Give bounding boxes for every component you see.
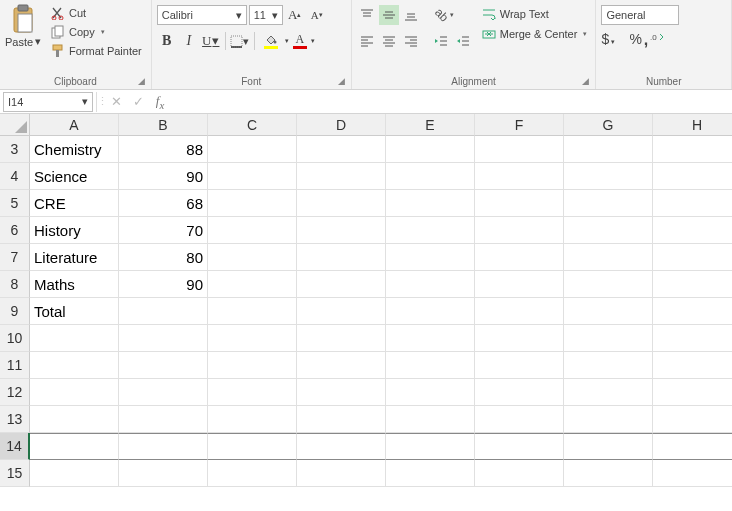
cell[interactable] — [208, 433, 297, 460]
accounting-format-button[interactable]: $▾ — [601, 31, 627, 49]
decrease-font-button[interactable]: A▾ — [307, 5, 327, 25]
increase-decimal-button[interactable]: .0 — [650, 31, 664, 49]
cell[interactable] — [475, 244, 564, 271]
cell[interactable] — [386, 325, 475, 352]
row-header[interactable]: 15 — [0, 460, 30, 487]
column-header-B[interactable]: B — [119, 114, 208, 136]
copy-button[interactable]: Copy ▾ — [48, 23, 145, 41]
increase-font-button[interactable]: A▴ — [285, 5, 305, 25]
font-name-combo[interactable]: Calibri▾ — [157, 5, 247, 25]
column-header-F[interactable]: F — [475, 114, 564, 136]
cell[interactable] — [208, 352, 297, 379]
align-left-button[interactable] — [357, 31, 377, 51]
cell[interactable] — [653, 406, 732, 433]
row-header[interactable]: 14 — [0, 433, 30, 460]
cell[interactable] — [564, 325, 653, 352]
formula-input[interactable] — [171, 92, 732, 112]
cell[interactable] — [564, 460, 653, 487]
cell[interactable] — [30, 460, 119, 487]
cell[interactable] — [119, 298, 208, 325]
cell[interactable] — [208, 298, 297, 325]
cell[interactable] — [475, 460, 564, 487]
column-header-C[interactable]: C — [208, 114, 297, 136]
cell[interactable] — [297, 271, 386, 298]
cell[interactable] — [297, 433, 386, 460]
cell[interactable] — [653, 163, 732, 190]
cell[interactable] — [475, 298, 564, 325]
cell[interactable] — [386, 136, 475, 163]
cell[interactable] — [653, 379, 732, 406]
cell[interactable] — [475, 433, 564, 460]
cell[interactable] — [208, 217, 297, 244]
cell[interactable] — [386, 217, 475, 244]
column-header-E[interactable]: E — [386, 114, 475, 136]
cell[interactable]: 68 — [119, 190, 208, 217]
cell[interactable] — [564, 244, 653, 271]
cell[interactable] — [475, 190, 564, 217]
cell[interactable] — [208, 460, 297, 487]
align-top-button[interactable] — [357, 5, 377, 25]
comma-format-button[interactable]: , — [644, 31, 648, 49]
cell[interactable] — [564, 136, 653, 163]
cell[interactable]: Total — [30, 298, 119, 325]
cell[interactable] — [653, 271, 732, 298]
cell[interactable]: 88 — [119, 136, 208, 163]
cell[interactable] — [208, 271, 297, 298]
cell[interactable] — [119, 352, 208, 379]
cell[interactable] — [475, 406, 564, 433]
row-header[interactable]: 3 — [0, 136, 30, 163]
cell[interactable] — [297, 190, 386, 217]
bold-button[interactable]: B — [157, 31, 177, 51]
format-painter-button[interactable]: Format Painter — [48, 42, 145, 60]
cell[interactable] — [30, 433, 119, 460]
cell[interactable]: CRE — [30, 190, 119, 217]
cell[interactable] — [297, 163, 386, 190]
cell[interactable] — [564, 217, 653, 244]
column-header-A[interactable]: A — [30, 114, 119, 136]
cell[interactable] — [475, 379, 564, 406]
cell[interactable]: 90 — [119, 163, 208, 190]
percent-format-button[interactable]: % — [629, 31, 641, 49]
cell[interactable] — [564, 163, 653, 190]
cell[interactable] — [30, 325, 119, 352]
cell[interactable] — [119, 433, 208, 460]
cell[interactable] — [475, 352, 564, 379]
column-header-H[interactable]: H — [653, 114, 732, 136]
merge-center-button[interactable]: Merge & Center▾ — [479, 25, 591, 43]
cell[interactable] — [386, 406, 475, 433]
cell[interactable] — [653, 136, 732, 163]
borders-button[interactable]: ▾ — [230, 31, 250, 51]
row-header[interactable]: 11 — [0, 352, 30, 379]
cell[interactable] — [297, 325, 386, 352]
cell[interactable] — [386, 271, 475, 298]
cell[interactable]: Science — [30, 163, 119, 190]
paste-button[interactable]: Paste▾ — [2, 2, 44, 74]
cell[interactable] — [208, 244, 297, 271]
cell[interactable]: 90 — [119, 271, 208, 298]
name-box[interactable]: I14▾ — [3, 92, 93, 112]
dialog-launcher-icon[interactable]: ◢ — [582, 76, 589, 86]
cell[interactable] — [653, 190, 732, 217]
align-right-button[interactable] — [401, 31, 421, 51]
cell[interactable] — [208, 406, 297, 433]
cell[interactable] — [386, 298, 475, 325]
underline-button[interactable]: U▾ — [201, 31, 221, 51]
cell[interactable] — [386, 433, 475, 460]
cell[interactable] — [653, 460, 732, 487]
cell[interactable] — [208, 379, 297, 406]
cell[interactable] — [297, 217, 386, 244]
cell[interactable] — [564, 271, 653, 298]
dialog-launcher-icon[interactable]: ◢ — [138, 76, 145, 86]
cell[interactable] — [653, 352, 732, 379]
cancel-formula-button[interactable]: ✕ — [105, 94, 127, 109]
cell[interactable] — [564, 379, 653, 406]
cell[interactable] — [208, 136, 297, 163]
cell[interactable] — [653, 244, 732, 271]
cell[interactable] — [119, 379, 208, 406]
cell[interactable] — [297, 379, 386, 406]
dialog-launcher-icon[interactable]: ◢ — [338, 76, 345, 86]
cell[interactable]: Maths — [30, 271, 119, 298]
cell[interactable] — [564, 433, 653, 460]
cell[interactable] — [386, 163, 475, 190]
cell[interactable] — [297, 244, 386, 271]
